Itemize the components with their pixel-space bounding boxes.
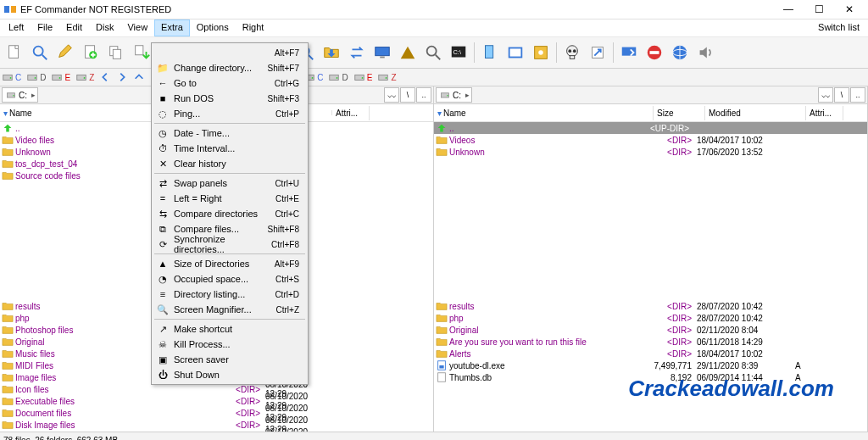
drivebar-right-icon[interactable] — [116, 71, 128, 83]
list-icon: ≡ — [155, 287, 170, 301]
folder-row[interactable]: Original<DIR>02/11/2020 8:04 — [434, 324, 867, 336]
menu-item[interactable]: ▣Screen saver — [153, 352, 306, 367]
menu-left[interactable]: Left — [2, 19, 31, 36]
menu-item[interactable]: 🔍Screen Magnifier...Ctrl+Z — [153, 302, 306, 317]
close-button[interactable]: ✕ — [834, 0, 865, 19]
drivebar-left-icon[interactable] — [99, 71, 111, 83]
audio-icon[interactable] — [693, 41, 717, 64]
menu-extra[interactable]: Extra — [154, 19, 190, 36]
minimize-button[interactable]: — — [773, 0, 804, 19]
folder-row[interactable]: Icon files<DIR>08/10/2020 12:29 — [0, 383, 433, 395]
menu-item-label: Clear history — [174, 159, 299, 169]
add-doc-icon[interactable] — [79, 41, 103, 64]
folder-row[interactable]: Configuration files<DIR>08/10/2020 12:29 — [0, 431, 433, 432]
column-header[interactable]: Size — [654, 106, 705, 120]
move-icon[interactable] — [130, 41, 153, 64]
menu-item[interactable]: =Left = RightCtrl+E — [153, 191, 306, 206]
menu-options[interactable]: Options — [190, 19, 236, 36]
new-doc-icon[interactable] — [3, 41, 26, 64]
switch-list-link[interactable]: Switch list — [811, 19, 866, 36]
globe-icon[interactable] — [668, 41, 692, 64]
sync-icon[interactable] — [345, 41, 369, 64]
network-icon[interactable] — [370, 41, 394, 64]
menu-disk[interactable]: Disk — [89, 19, 120, 36]
left-parent-button[interactable]: .. — [416, 87, 431, 103]
right-path-select[interactable]: C: — [436, 87, 472, 103]
menu-right[interactable]: Right — [236, 19, 271, 36]
menu-item[interactable]: ↗Make shortcut — [153, 321, 306, 337]
tools-icon[interactable] — [529, 41, 553, 64]
left-dropdown-button[interactable]: ⌵⌵ — [384, 87, 399, 103]
right-up-button[interactable]: \ — [834, 87, 849, 103]
goto-icon[interactable] — [320, 41, 343, 64]
skull-icon[interactable] — [560, 41, 584, 64]
folder-row[interactable]: Videos<DIR>18/04/2017 10:02 — [434, 134, 867, 146]
drive-c[interactable]: C — [2, 71, 21, 83]
drive-e[interactable]: E — [51, 71, 70, 83]
drivebar-up-icon[interactable] — [133, 71, 145, 83]
column-header[interactable]: Modified — [705, 106, 806, 120]
column-header[interactable]: Attri... — [806, 106, 843, 120]
view-icon[interactable] — [504, 41, 527, 64]
drive-z[interactable]: Z — [377, 71, 396, 83]
menu-item-label: Date - Time... — [174, 128, 299, 138]
dos-icon[interactable]: C:\ — [447, 41, 470, 64]
menu-item[interactable]: ■Run DOSShift+F3 — [153, 91, 306, 106]
menu-item[interactable]: Alt+F7 — [153, 45, 306, 60]
column-header[interactable]: Attri... — [332, 106, 370, 120]
menu-item[interactable]: ✕Clear history — [153, 156, 306, 171]
menu-item[interactable]: ⇆Compare directoriesCtrl+C — [153, 206, 306, 221]
left-up-button[interactable]: \ — [400, 87, 415, 103]
right-dropdown-button[interactable]: ⌵⌵ — [818, 87, 833, 103]
copy-icon[interactable] — [104, 41, 128, 64]
menu-item[interactable]: ◔Occupied space...Ctrl+S — [153, 271, 306, 287]
search-icon[interactable] — [28, 41, 52, 64]
drive-e[interactable]: E — [353, 71, 373, 83]
occupied-icon[interactable] — [421, 41, 445, 64]
menu-edit[interactable]: Edit — [59, 19, 89, 36]
menu-item[interactable]: ⇄Swap panelsCtrl+U — [153, 175, 306, 191]
right-parent-button[interactable]: .. — [850, 87, 865, 103]
menu-item[interactable]: 📁Change directory...Shift+F7 — [153, 60, 306, 75]
menu-item[interactable]: ⏱Time Interval... — [153, 141, 306, 156]
menu-item[interactable]: ▲Size of DirectoriesAlt+F9 — [153, 256, 306, 271]
folder-row[interactable]: results<DIR>28/07/2020 10:42 — [434, 300, 867, 312]
edit-icon[interactable] — [53, 41, 77, 64]
maximize-button[interactable]: ☐ — [804, 0, 834, 19]
menu-item[interactable]: ≡Directory listing...Ctrl+D — [153, 287, 306, 302]
file-icon — [436, 371, 448, 383]
file-row[interactable]: youtube-dl.exe7,499,77129/11/2020 8:39A — [434, 359, 867, 371]
menu-item-label: Directory listing... — [174, 289, 275, 299]
item-size: <DIR> — [648, 148, 692, 157]
favorites-icon[interactable] — [478, 41, 502, 64]
folder-row[interactable]: Are you sure you want to run this file<D… — [434, 336, 867, 348]
drive-d[interactable]: D — [26, 71, 46, 83]
folder-row[interactable]: Disk Image files<DIR>08/10/2020 12:29 — [0, 419, 433, 431]
folder-row[interactable]: Unknown<DIR>17/06/2020 13:52 — [434, 146, 867, 158]
screen-icon[interactable] — [617, 41, 641, 64]
menu-file[interactable]: File — [31, 19, 59, 36]
left-path-select[interactable]: C: — [2, 87, 38, 103]
menu-item[interactable]: ⟳Synchronize directories...Ctrl+F8 — [153, 237, 306, 252]
drive-d[interactable]: D — [328, 71, 348, 83]
dirsize-icon[interactable] — [396, 41, 420, 64]
menu-item[interactable]: ☠Kill Process... — [153, 337, 306, 352]
folder-row[interactable]: Executable files<DIR>08/10/2020 12:29 — [0, 395, 433, 407]
shortcut-icon[interactable] — [586, 41, 609, 64]
column-header[interactable]: ▾Name — [434, 106, 654, 120]
folder-row[interactable]: Alerts<DIR>18/04/2017 10:02 — [434, 348, 867, 359]
block-icon[interactable] — [643, 41, 666, 64]
menu-item-label: Synchronize directories... — [174, 234, 271, 254]
item-size: <DIR> — [648, 326, 692, 335]
menu-view[interactable]: View — [120, 19, 154, 36]
parent-dir-row[interactable]: ..<UP-DIR> — [434, 122, 867, 134]
drive-z[interactable]: Z — [75, 71, 94, 83]
menu-item[interactable]: ◌Ping...Ctrl+P — [153, 106, 306, 121]
folder-row[interactable]: php<DIR>28/07/2020 10:42 — [434, 312, 867, 324]
menu-item-label: Compare files... — [174, 224, 267, 234]
menu-item[interactable]: ⏻Shut Down — [153, 367, 306, 382]
item-name: Videos — [449, 136, 648, 145]
menu-item[interactable]: ←Go toCtrl+G — [153, 75, 306, 91]
menu-item[interactable]: ◷Date - Time... — [153, 125, 306, 141]
folder-row[interactable]: Document files<DIR>08/10/2020 12:29 — [0, 407, 433, 419]
